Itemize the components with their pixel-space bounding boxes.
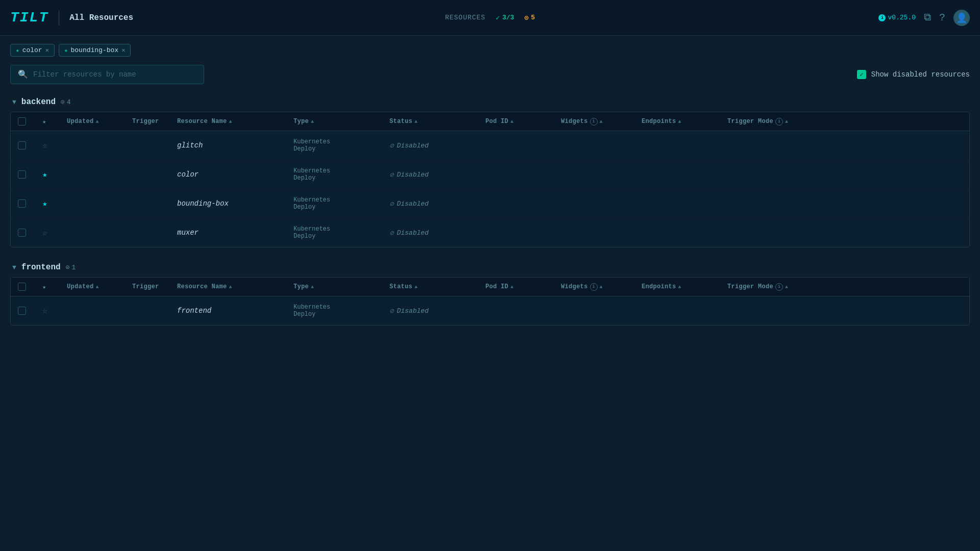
trigger-mode-info-icon[interactable]: i <box>775 118 783 126</box>
sort-icon-widgets-f: ▲ <box>600 284 603 290</box>
th-widgets-f[interactable]: Widgets i ▲ <box>561 283 638 291</box>
row-checkbox[interactable] <box>18 229 38 237</box>
select-all-checkbox[interactable] <box>18 117 26 126</box>
sort-icon-status-f: ▲ <box>414 284 418 290</box>
search-box[interactable]: 🔍 <box>10 65 204 84</box>
group-frontend-count: ⊙ 1 <box>66 263 76 271</box>
star-icon: ★ <box>16 47 19 54</box>
trigger-mode-info-icon-f[interactable]: i <box>775 283 783 291</box>
copy-icon[interactable]: ⧉ <box>924 12 931 23</box>
row-resource-name[interactable]: frontend <box>177 307 289 315</box>
disabled-icon: ⊘ <box>389 229 394 237</box>
row-type: KubernetesDeploy <box>293 196 385 211</box>
th-trigger-mode[interactable]: Trigger Mode i ▲ <box>727 118 962 126</box>
help-icon[interactable]: ? <box>939 12 945 23</box>
widgets-info-icon-f[interactable]: i <box>590 283 598 291</box>
close-icon[interactable]: ✕ <box>45 46 49 54</box>
th-resource-name[interactable]: Resource Name ▲ <box>177 118 289 125</box>
chevron-down-icon: ▼ <box>12 98 16 106</box>
row-star[interactable]: ☆ <box>42 228 63 238</box>
table-row[interactable]: ☆ muxer KubernetesDeploy ⊘ Disabled <box>11 218 969 247</box>
group-frontend: ▼ frontend ⊙ 1 ★ Updated ▲ Trigger <box>10 260 970 325</box>
row-star[interactable]: ☆ <box>42 306 63 316</box>
check-icon: ✓ <box>496 14 500 22</box>
row-star[interactable]: ☆ <box>42 140 63 151</box>
row-resource-name[interactable]: color <box>177 170 289 179</box>
filter-tag-color[interactable]: ★ color ✕ <box>10 44 55 57</box>
row-checkbox[interactable] <box>18 199 38 208</box>
filter-tag-bounding-box[interactable]: ★ bounding-box ✕ <box>59 44 131 57</box>
th-trigger[interactable]: Trigger <box>132 118 173 125</box>
row-checkbox[interactable] <box>18 307 38 315</box>
th-endpoints-f[interactable]: Endpoints ▲ <box>642 283 723 290</box>
select-all-checkbox-f[interactable] <box>18 283 26 291</box>
header: TILT All Resources RESOURCES ✓ 3/3 ⊙ 5 i… <box>0 0 980 36</box>
th-updated-f[interactable]: Updated ▲ <box>67 283 128 290</box>
sort-icon-trigger-mode-f: ▲ <box>785 284 788 290</box>
disabled-icon: ⊘ <box>389 170 394 179</box>
header-right: i v0.25.0 ⧉ ? 👤 <box>878 10 970 26</box>
th-resource-name-f[interactable]: Resource Name ▲ <box>177 283 289 290</box>
filter-tag-bounding-box-label: bounding-box <box>71 46 119 54</box>
table-row[interactable]: ☆ frontend KubernetesDeploy ⊘ Disabled <box>11 296 969 325</box>
table-row[interactable]: ☆ glitch KubernetesDeploy ⊘ Disabled <box>11 131 969 160</box>
row-status: ⊘ Disabled <box>389 199 481 208</box>
sort-icon-endpoints-f: ▲ <box>678 284 681 290</box>
show-disabled-checkbox[interactable]: ✓ <box>857 70 866 79</box>
show-disabled-toggle[interactable]: ✓ Show disabled resources <box>857 70 970 79</box>
row-resource-name[interactable]: muxer <box>177 229 289 237</box>
th-widgets[interactable]: Widgets i ▲ <box>561 118 638 126</box>
row-checkbox[interactable] <box>18 141 38 149</box>
th-trigger-mode-f[interactable]: Trigger Mode i ▲ <box>727 283 962 291</box>
row-checkbox[interactable] <box>18 170 38 179</box>
th-checkbox-f[interactable] <box>18 283 38 291</box>
disabled-icon: ⊘ <box>389 141 394 150</box>
widgets-info-icon[interactable]: i <box>590 118 598 126</box>
filter-tag-color-label: color <box>22 46 42 54</box>
sort-icon-trigger-mode: ▲ <box>785 119 788 124</box>
search-input[interactable] <box>33 70 197 79</box>
version-text: v0.25.0 <box>888 14 916 21</box>
content: ★ color ✕ ★ bounding-box ✕ 🔍 ✓ Show disa… <box>0 36 980 346</box>
th-star-f[interactable]: ★ <box>42 283 63 291</box>
version-badge[interactable]: i v0.25.0 <box>878 14 916 21</box>
clock-icon: ⊙ <box>524 14 528 22</box>
th-status[interactable]: Status ▲ <box>389 118 481 125</box>
row-resource-name[interactable]: bounding-box <box>177 199 289 208</box>
version-dot: i <box>878 14 886 21</box>
th-type[interactable]: Type ▲ <box>293 118 385 125</box>
backend-table-header: ★ Updated ▲ Trigger Resource Name ▲ Type… <box>11 112 969 131</box>
row-resource-name[interactable]: glitch <box>177 141 289 149</box>
group-backend: ▼ backend ⊙ 4 ★ Updated ▲ Trigger <box>10 94 970 247</box>
th-status-f[interactable]: Status ▲ <box>389 283 481 290</box>
avatar[interactable]: 👤 <box>953 10 970 26</box>
frontend-table: ★ Updated ▲ Trigger Resource Name ▲ Type… <box>10 277 970 325</box>
group-backend-header[interactable]: ▼ backend ⊙ 4 <box>10 94 970 110</box>
th-updated[interactable]: Updated ▲ <box>67 118 128 125</box>
th-endpoints[interactable]: Endpoints ▲ <box>642 118 723 125</box>
th-trigger-f[interactable]: Trigger <box>132 283 173 290</box>
filter-tags: ★ color ✕ ★ bounding-box ✕ <box>10 44 970 57</box>
row-type: KubernetesDeploy <box>293 304 385 318</box>
table-row[interactable]: ★ bounding-box KubernetesDeploy ⊘ Disabl… <box>11 189 969 218</box>
th-star[interactable]: ★ <box>42 118 63 126</box>
th-pod-id[interactable]: Pod ID ▲ <box>485 118 557 125</box>
group-frontend-name: frontend <box>21 263 61 272</box>
sort-icon-widgets: ▲ <box>600 119 603 124</box>
table-row[interactable]: ★ color KubernetesDeploy ⊘ Disabled <box>11 160 969 189</box>
sort-icon-pod-f: ▲ <box>510 284 513 290</box>
disabled-icon: ⊘ <box>389 307 394 315</box>
th-pod-id-f[interactable]: Pod ID ▲ <box>485 283 557 290</box>
row-star[interactable]: ★ <box>42 198 63 209</box>
chevron-down-icon-2: ▼ <box>12 264 16 271</box>
th-type-f[interactable]: Type ▲ <box>293 283 385 290</box>
row-status: ⊘ Disabled <box>389 307 481 315</box>
th-checkbox[interactable] <box>18 117 38 126</box>
row-star[interactable]: ★ <box>42 169 63 180</box>
close-icon-2[interactable]: ✕ <box>121 46 125 54</box>
sort-icon-updated: ▲ <box>96 119 99 124</box>
group-frontend-header[interactable]: ▼ frontend ⊙ 1 <box>10 260 970 275</box>
row-type: KubernetesDeploy <box>293 226 385 240</box>
sort-icon-status: ▲ <box>414 119 418 124</box>
header-center: RESOURCES ✓ 3/3 ⊙ 5 <box>445 14 535 22</box>
